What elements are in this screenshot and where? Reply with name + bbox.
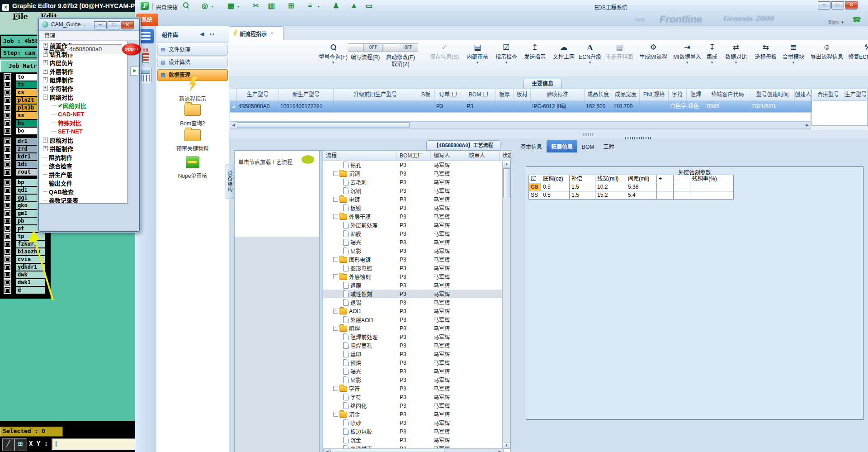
- workflow-row-喷砂[interactable]: 喷砂P3马军辉已编写: [323, 419, 503, 427]
- workflow-row-外层干膜[interactable]: -外层干膜P3马军辉已编写: [323, 212, 503, 221]
- cam-tree-item[interactable]: 特殊对比: [39, 119, 127, 127]
- expander-icon[interactable]: +: [43, 146, 48, 151]
- ribbon-button-选择母板[interactable]: ⇆选择母板: [755, 42, 777, 61]
- main-table-hscrollbar[interactable]: ◀ ▶: [230, 121, 811, 129]
- ribbon-button-数据对比[interactable]: ⇄数据对比▼: [725, 42, 747, 65]
- workflow-row-沉金[interactable]: -沉金P3马军辉已编写: [323, 410, 503, 419]
- workflow-row-沉铜[interactable]: 沉铜P3马军辉已编写: [323, 186, 503, 195]
- copy-icon[interactable]: ⊞: [288, 1, 294, 10]
- ribbon-button-启动修改(E)[interactable]: OFF启动修改(E)取消(Z): [383, 42, 418, 68]
- workflow-row-钻孔[interactable]: 钻孔P3马军辉已编写: [323, 161, 503, 169]
- layer-checkbox[interactable]: [4, 279, 11, 286]
- toggle-knob[interactable]: [348, 44, 364, 52]
- menu-file[interactable]: File: [13, 12, 28, 21]
- collapse-left-icon[interactable]: ◀: [200, 31, 204, 37]
- layer-checkbox[interactable]: [4, 202, 11, 209]
- search-icon[interactable]: [183, 1, 189, 10]
- tool-Nope单审核[interactable]: Nope单审核: [156, 157, 229, 179]
- cam-tree-item[interactable]: -网络对比: [39, 93, 127, 101]
- close-button[interactable]: ✕: [121, 21, 134, 29]
- layer-checkbox[interactable]: [4, 209, 11, 217]
- cam-tree-item[interactable]: ✔ 网络对比: [39, 101, 127, 110]
- layer-checkbox[interactable]: [4, 248, 11, 256]
- layer-checkbox[interactable]: [4, 186, 11, 194]
- ribbon-button-生成MI流程[interactable]: ⚙生成MI流程: [639, 42, 667, 61]
- style-dropdown[interactable]: Style ▼: [828, 19, 844, 24]
- workflow-row-字符[interactable]: -字符P3马军辉已编写: [323, 384, 503, 393]
- chevron-down-icon[interactable]: ▾: [212, 5, 213, 9]
- column-header-验收标准[interactable]: 验收标准: [531, 89, 585, 100]
- tab-device-structure[interactable]: 设备结构: [226, 164, 234, 199]
- workflow-row-预烘[interactable]: 预烘P3马军辉已编写: [323, 358, 503, 367]
- layer-checkbox[interactable]: [4, 271, 11, 279]
- expander-icon[interactable]: -: [333, 214, 338, 219]
- ribbon-button-合拼模块[interactable]: ≣合拼模块▼: [783, 42, 804, 65]
- expander-icon[interactable]: -: [333, 326, 338, 331]
- tab-new-flow-instruction[interactable]: 新流程指示 ×: [229, 26, 284, 40]
- scroll-right-icon[interactable]: ▶: [496, 450, 503, 452]
- layer-checkbox[interactable]: [4, 73, 11, 81]
- scrollbar-thumb[interactable]: [237, 122, 410, 128]
- ribbon-button-型号查询(F)[interactable]: 型号查询(F)▼: [319, 42, 347, 65]
- expander-icon[interactable]: +: [43, 86, 48, 91]
- workflow-row-终固化[interactable]: 终固化P3马军辉已编写: [323, 401, 503, 410]
- ribbon-button-ECN升级[interactable]: AECN升级▼: [579, 42, 601, 65]
- maximize-button[interactable]: □: [108, 21, 120, 29]
- info-tab-基本信息[interactable]: 基本信息: [516, 140, 547, 152]
- cam-tree-item[interactable]: 拼生产版: [39, 170, 127, 179]
- scroll-down-icon[interactable]: ▼: [503, 442, 510, 449]
- layer-checkbox[interactable]: [4, 119, 11, 127]
- workflow-row-曝光[interactable]: 曝光P3马军辉已编写: [323, 238, 503, 247]
- column-header-创建人[interactable]: 创建人: [795, 89, 811, 100]
- expander-icon[interactable]: +: [43, 77, 48, 82]
- cam-tree-item[interactable]: 阻抗制作: [39, 153, 127, 162]
- person-icon[interactable]: ♟: [333, 1, 339, 10]
- cam-tree-item[interactable]: SET-NET: [39, 127, 127, 136]
- workflow-row-板镀[interactable]: 板镀P3马军辉已编写: [323, 204, 503, 212]
- cam-tree-item[interactable]: 参数记录表: [39, 196, 127, 204]
- cam-tree-item[interactable]: 输出文件: [39, 179, 127, 187]
- maximize-button[interactable]: □: [831, 1, 844, 10]
- cam-tree-item[interactable]: +原稿对比: [39, 136, 127, 144]
- info-tab-BOM[interactable]: BOM: [577, 141, 599, 152]
- film-icon[interactable]: ▥: [268, 1, 275, 10]
- close-button[interactable]: ✕: [845, 1, 858, 10]
- chevron-down-icon[interactable]: ▼: [476, 61, 479, 65]
- layer-checkbox[interactable]: [4, 81, 11, 89]
- layer-checkbox[interactable]: [4, 179, 11, 186]
- workflow-row-沉金[interactable]: 沉金P3马军辉已编写: [323, 436, 503, 444]
- workflow-row-退膜[interactable]: 退膜P3马军辉已编写: [323, 281, 503, 290]
- workflow-hscrollbar[interactable]: ◀ ▶: [323, 448, 504, 452]
- prod-number-input[interactable]: 4b585008a0: [67, 44, 122, 54]
- ribbon-button-文控上网[interactable]: ☁文控上网: [553, 42, 575, 61]
- layer-checkbox[interactable]: [4, 104, 11, 112]
- expander-icon[interactable]: -: [333, 309, 338, 314]
- layer-checkbox[interactable]: [4, 112, 11, 119]
- cam-tree-item[interactable]: +字符制作: [39, 84, 127, 93]
- splitter-grip[interactable]: [583, 133, 594, 136]
- scroll-left-icon[interactable]: ◀: [230, 123, 237, 127]
- cam-tree-item[interactable]: QAB检查: [39, 187, 127, 196]
- sidebar-tab-文件处理[interactable]: 文件处理▤: [157, 44, 228, 56]
- tool-Bom查询2[interactable]: Bom查询2: [156, 104, 229, 127]
- column-header-阻焊[interactable]: 阻焊: [687, 89, 705, 100]
- cam-tree-item[interactable]: +阻焊制作: [39, 76, 127, 84]
- chevron-down-icon[interactable]: ▾: [237, 5, 239, 9]
- workflow-row-外层前处理[interactable]: 外层前处理P3马军辉已编写: [323, 221, 503, 229]
- cam-tree-item[interactable]: +拼版制作: [39, 144, 127, 153]
- param-row-CS[interactable]: CS0.51.510.25.38: [528, 183, 734, 191]
- workflow-row-贴膜[interactable]: 贴膜P3马军辉已编写: [323, 229, 503, 238]
- chevron-down-icon[interactable]: ▾: [318, 5, 320, 9]
- chevron-down-icon[interactable]: ▼: [331, 61, 335, 65]
- expander-icon[interactable]: +: [43, 138, 48, 143]
- workflow-row-外层AOI1[interactable]: 外层AOI1P3马军辉已编写: [323, 315, 503, 324]
- column-header-编写人[interactable]: 编写人: [431, 151, 466, 161]
- info-tab-拓展信息[interactable]: 拓展信息: [547, 140, 577, 152]
- column-header-终端客户代码[interactable]: 终端客户代码: [705, 89, 750, 100]
- column-header-新生产型号[interactable]: 新生产型号: [279, 89, 334, 100]
- grid-tool-button[interactable]: ⊞: [14, 438, 27, 451]
- layer-checkbox[interactable]: [4, 89, 11, 96]
- tool-新流程指示[interactable]: 新流程指示: [156, 77, 229, 102]
- layer-checkbox[interactable]: [4, 217, 11, 225]
- column-header-生产型号[interactable]: 生产型号: [845, 89, 866, 100]
